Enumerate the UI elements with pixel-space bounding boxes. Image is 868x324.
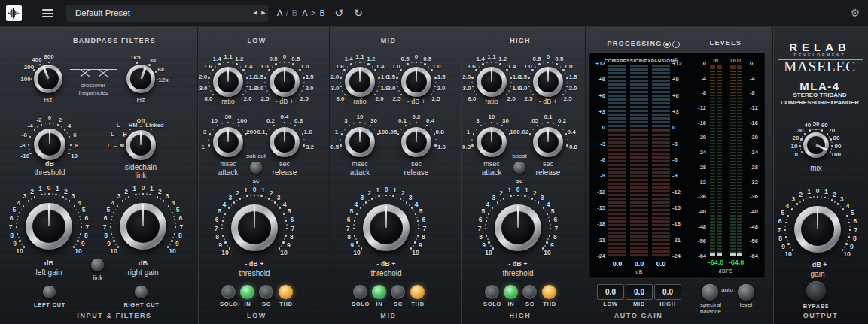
left-gain-caption: left gain <box>35 268 62 277</box>
low-threshold-unit: - dB + <box>245 260 263 268</box>
faceplate: BANDPASS FILTERS LOW MID HIGH PROCESSING… <box>0 26 868 324</box>
level-knob[interactable] <box>738 284 754 301</box>
in-level-readout: -64.0 <box>708 259 724 266</box>
processing-scale-right: +12+9+6+30-3-6-9-12-15-18-21-24 <box>672 61 687 259</box>
low-in-led-button[interactable] <box>240 285 254 299</box>
left-cut-label: LEFT CUT <box>34 301 65 308</box>
spectral-caption-2: balance <box>700 308 721 315</box>
out-right-meter <box>737 65 742 256</box>
low-gain-readout: 0.0 <box>613 260 623 268</box>
crossover-curves-icon <box>70 68 117 78</box>
low-footer: LOW <box>247 312 266 319</box>
input-threshold-unit: dB <box>45 160 54 168</box>
out-meter-label: OUT <box>730 58 742 63</box>
out-left-meter <box>730 65 736 256</box>
high-release-unit: sec <box>543 160 553 168</box>
redo-icon[interactable]: ↻ <box>354 7 363 19</box>
low-thd-label: THD <box>279 301 293 307</box>
mix-caption: mix <box>810 164 822 172</box>
levels-scale-left: 0-4-8-12-16-20-24-28-32-36-40-48-56-64 <box>694 61 706 259</box>
low-in-label: IN <box>245 301 251 307</box>
autogain-high-label: HIGH <box>659 301 676 307</box>
low-threshold-caption: threshold <box>239 269 270 277</box>
output-footer: OUTPUT <box>803 312 839 319</box>
high-thd-label: THD <box>543 301 556 307</box>
high-thd-led-button[interactable] <box>542 285 556 299</box>
mid-sc-label: SC <box>394 301 403 307</box>
preset-name: Default Preset <box>75 8 130 17</box>
level-caption: level <box>740 301 752 308</box>
high-attack-unit: msec <box>483 160 500 168</box>
mid-release-unit: sec <box>411 160 422 168</box>
left-cut-button[interactable] <box>43 286 56 298</box>
menu-icon[interactable] <box>42 9 53 17</box>
levels-section-title: LEVELS <box>710 39 742 47</box>
low-solo-led-button[interactable] <box>221 285 236 299</box>
mid-footer: MID <box>380 312 396 319</box>
right-cut-button[interactable] <box>135 286 148 298</box>
settings-gear-icon[interactable]: ⚙ <box>851 7 860 19</box>
high-sc-label: SC <box>525 301 535 307</box>
low-gain-meter <box>608 65 626 257</box>
gain-link-button[interactable] <box>91 259 104 271</box>
gain-link-caption: link <box>93 274 103 282</box>
spectral-balance-knob[interactable] <box>702 284 718 301</box>
out-level-readout: -64.0 <box>729 259 745 266</box>
high-sc-led-button[interactable] <box>522 285 537 299</box>
mid-solo-led-button[interactable] <box>353 285 367 299</box>
bypass-button[interactable] <box>806 281 826 301</box>
right-gain-caption: right gain <box>127 268 158 277</box>
processing-section-title: PROCESSING <box>607 40 662 47</box>
left-gain-unit: dB <box>44 259 53 267</box>
high-in-label: IN <box>508 301 515 307</box>
low-thd-led-button[interactable] <box>279 285 293 299</box>
autogain-high-readout: 0.0 <box>654 284 681 300</box>
output-gain-unit: - dB + <box>808 261 827 268</box>
preset-next-icon[interactable]: ▶ <box>261 10 265 16</box>
in-right-meter <box>717 65 722 256</box>
mid-gain-meter <box>630 65 648 257</box>
input-filters-footer: INPUT & FILTERS <box>77 312 151 319</box>
high-gain-readout: 0.0 <box>656 260 666 268</box>
development-label: DEVELOPMENT <box>794 53 846 57</box>
processing-mode-a-radio[interactable] <box>663 41 671 48</box>
high-threshold-caption: threshold <box>502 269 533 277</box>
in-left-meter <box>710 65 715 256</box>
mid-sc-led-button[interactable] <box>391 285 405 299</box>
output-gain-caption: gain <box>811 270 825 278</box>
mid-thd-led-button[interactable] <box>410 285 425 299</box>
output-gain-knob[interactable]: 01122334455667788991010 <box>761 173 868 286</box>
mid-thd-label: THD <box>411 301 425 307</box>
high-solo-label: SOLO <box>483 301 501 307</box>
mid-solo-label: SOLO <box>352 301 370 307</box>
preset-prev-icon[interactable]: ◀ <box>253 10 257 16</box>
high-solo-led-button[interactable] <box>485 285 499 299</box>
mid-in-led-button[interactable] <box>372 285 386 299</box>
spectral-caption-1: spectral <box>700 301 721 308</box>
boost-caption: boost <box>512 153 527 159</box>
low-attack-unit: msec <box>220 160 236 168</box>
relab-wordmark: RELAB <box>789 41 851 53</box>
titlebar: Default Preset ◀ ▶ A / B A > B ↺ ↻ ⚙ <box>0 0 868 27</box>
processing-unit: dB <box>635 269 643 274</box>
sub-cut-caption: sub cut <box>246 153 266 159</box>
ab-compare-button[interactable]: A / B <box>277 8 298 17</box>
compression-expansion-title: COMPRESSION/EXPANSION <box>605 58 675 63</box>
preset-selector[interactable]: Default Preset ◀ ▶ <box>66 5 268 22</box>
right-gain-unit: dB <box>139 259 148 267</box>
autogain-mid-label: MID <box>633 301 645 307</box>
a-to-b-copy-button[interactable]: A > B <box>302 8 326 17</box>
ab-active-label: A <box>277 8 283 17</box>
levels-unit: dBFS <box>719 268 733 274</box>
mid-threshold-caption: threshold <box>370 269 401 277</box>
undo-icon[interactable]: ↺ <box>334 7 343 19</box>
crossover-caption-2: frequencies <box>79 89 108 96</box>
autogain-low-readout: 0.0 <box>597 284 624 300</box>
low-sc-led-button[interactable] <box>259 285 273 299</box>
high-in-led-button[interactable] <box>504 285 518 299</box>
low-sc-label: SC <box>262 301 271 307</box>
model-name: MLA-4 <box>799 80 839 92</box>
high-gain-meter <box>652 65 670 257</box>
processing-mode-b-radio[interactable] <box>672 41 680 48</box>
high-threshold-unit: - dB + <box>508 260 527 268</box>
